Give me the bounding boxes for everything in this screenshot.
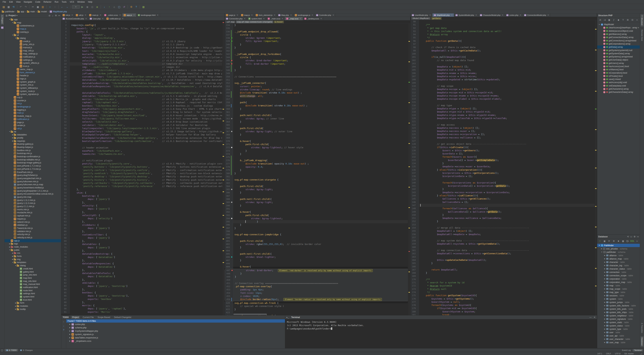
tree-chevron-icon[interactable]: ▶ (14, 305, 17, 307)
help-icon[interactable]: ? (134, 5, 138, 9)
editor-tab[interactable]: JSform_element.js✕ (254, 13, 277, 17)
project-tree-item[interactable]: ▼dialog (4, 264, 61, 267)
tab-close-icon[interactable]: ✕ (100, 14, 101, 16)
tab-close-icon[interactable]: ✕ (119, 14, 121, 16)
tree-chevron-icon[interactable]: ▶ (604, 311, 605, 313)
breadcrumb-item[interactable]: main (27, 11, 35, 13)
show-constants-icon[interactable]: ◆ (617, 18, 620, 22)
project-tree-item[interactable]: ▶modules (4, 304, 61, 308)
back-icon[interactable]: ← (60, 5, 64, 9)
breadcrumb-item[interactable]: model (38, 11, 47, 13)
structure-root[interactable]: ▼CMapModel (597, 23, 640, 26)
tree-chevron-icon[interactable]: ▶ (12, 255, 14, 257)
editor-tab[interactable]: S_landing.scss✕ (303, 17, 324, 20)
tab-close-icon[interactable]: ✕ (236, 14, 238, 16)
run-icon[interactable]: ▶ (80, 5, 85, 9)
database-table[interactable]: ▶alliance_map: table (597, 257, 640, 260)
database-table[interactable]: ▶alliance: table (597, 254, 640, 257)
todo-tab[interactable]: Project (71, 316, 80, 319)
project-tree-item[interactable]: JScredit.js (4, 40, 61, 43)
project-tree-item[interactable]: JSjquery.easypiechart.min.js (4, 177, 61, 180)
settings-icon[interactable]: ⚙ (129, 5, 134, 9)
menu-vcs[interactable]: VCS (68, 0, 76, 4)
structure-item[interactable]: misAlliance():bool (597, 68, 640, 71)
structure-item[interactable]: mgetSystemData():array (597, 52, 640, 55)
database-table[interactable]: ▶user_api: table (597, 334, 640, 337)
cut-icon[interactable]: ✂ (30, 5, 35, 9)
database-schema[interactable]: ▼pathfinder: schema (597, 250, 640, 254)
tab-close-icon[interactable]: ✕ (520, 14, 521, 16)
autoscroll-icon[interactable]: ▣ (608, 18, 611, 22)
menu-file[interactable]: File (1, 0, 8, 4)
menu-window[interactable]: Window (76, 0, 86, 4)
project-tree-item[interactable]: JSsystem_graph.js (4, 80, 61, 84)
project-tree-item[interactable]: ▶fonts (4, 255, 61, 258)
tree-chevron-icon[interactable]: ▶ (604, 271, 605, 273)
close-icon[interactable]: ✕ (594, 316, 596, 318)
project-tree-item[interactable]: JSjquery-1.11.2.min.js (4, 199, 61, 202)
database-table[interactable]: ▶system_type: table (597, 327, 640, 331)
editor-tab[interactable]: phpCharacterModel.php✕ (478, 13, 505, 17)
tab-close-icon[interactable]: ✕ (85, 14, 86, 16)
editor-tab[interactable]: phpAccessController.php✕ (61, 17, 88, 20)
editor-tab[interactable]: phpUserModel.php✕ (410, 13, 432, 17)
tree-chevron-icon[interactable]: ▼ (601, 251, 602, 253)
project-tree-item[interactable]: Hmap_manual.html (4, 283, 61, 286)
tree-chevron-icon[interactable]: ▼ (8, 131, 11, 132)
project-tree-item[interactable]: JSmodule_map.js (4, 115, 61, 118)
table-view-icon[interactable]: ▦ (621, 239, 625, 243)
project-tree-item[interactable]: ▶requirejs (4, 139, 61, 143)
project-tree-item[interactable]: JSpage.js (4, 121, 61, 124)
tree-chevron-icon[interactable]: ▼ (8, 249, 11, 251)
menu-run[interactable]: Run (53, 0, 60, 4)
project-tree-item[interactable]: JSform_element.js (4, 71, 61, 74)
tree-chevron-icon[interactable]: ▶ (604, 301, 605, 303)
project-tree-item[interactable]: JScontextmenu.js (4, 24, 61, 27)
project-tree-item[interactable]: JSutil.js (4, 127, 61, 130)
todo-file-row[interactable]: ▶phpCcpSystemsMapper.php (66, 329, 285, 333)
profiler-icon[interactable]: ◈ (95, 5, 100, 9)
tab-close-icon[interactable]: ✕ (244, 18, 245, 20)
tree-chevron-icon[interactable]: ▶ (604, 321, 605, 323)
project-tree-item[interactable]: ▼app (4, 18, 61, 21)
database-table[interactable]: ▶system_neighbour: table (597, 314, 640, 317)
tab-close-icon[interactable]: ✕ (122, 18, 124, 20)
hide-icon[interactable]: ↦ (637, 235, 639, 238)
tab-close-icon[interactable]: ✕ (274, 14, 275, 16)
context-chip[interactable]: \Model\MapModel (411, 17, 431, 20)
editor-tab[interactable]: S_map.scss✕ (285, 17, 303, 20)
project-tree-item[interactable]: Hsystem.html (4, 295, 61, 298)
editor-tab[interactable]: JSpage.js✕ (224, 13, 240, 17)
project-tree-item[interactable]: JSmap_info.js (4, 49, 61, 52)
status-item-crlf[interactable]: CRLF (606, 352, 611, 355)
project-tree-item[interactable]: JSsystem_effects.js (4, 62, 61, 65)
project-tree-item[interactable]: JSapp.js (4, 239, 61, 242)
tree-chevron-icon[interactable]: ▶ (604, 255, 605, 256)
error-stripe[interactable] (408, 24, 410, 315)
project-tree-item[interactable]: JStrust.js (4, 65, 61, 68)
project-tree-item[interactable]: Hmap_info.html (4, 280, 61, 283)
minimize-icon[interactable]: — (590, 316, 592, 318)
database-table[interactable]: ▶connection: table (597, 270, 640, 274)
menu-refactor[interactable]: Refactor (42, 0, 53, 4)
tree-chevron-icon[interactable]: ▼ (12, 34, 14, 36)
tree-chevron-icon[interactable]: ▶ (69, 340, 70, 342)
tree-chevron-icon[interactable]: ▶ (604, 308, 605, 310)
copy-icon[interactable]: ▣ (36, 5, 40, 9)
synchronize-icon[interactable]: ⟲ (11, 5, 16, 9)
tree-chevron-icon[interactable]: ▶ (604, 258, 605, 260)
code-area[interactable]: 12requirejs.config({3 baseUrl: 'js', // … (61, 21, 224, 315)
database-table[interactable]: ▶character: table (597, 260, 640, 264)
editor-tab[interactable]: JSmap.js✕ (240, 13, 254, 17)
error-stripe[interactable] (594, 20, 597, 315)
project-tree-item[interactable]: JSrequire.js (4, 217, 61, 220)
tree-chevron-icon[interactable]: ▶ (604, 278, 605, 280)
settings-icon[interactable]: ⚙ (55, 14, 57, 17)
database-table[interactable]: ▶map_scope: table (597, 287, 640, 290)
project-tree-item[interactable]: JSjquery.lazylinepainter-1.5.1.min.js (4, 189, 61, 192)
project-tree-item[interactable]: Hgallery.html (4, 270, 61, 273)
editor-tab[interactable]: S_colors.scss✕ (103, 13, 122, 17)
editor-tab[interactable]: phpConnectionModel.php✕ (523, 13, 550, 17)
project-tree-item[interactable]: ▶css (4, 252, 61, 255)
editor-tab[interactable]: phpMap.php✕ (277, 13, 293, 17)
